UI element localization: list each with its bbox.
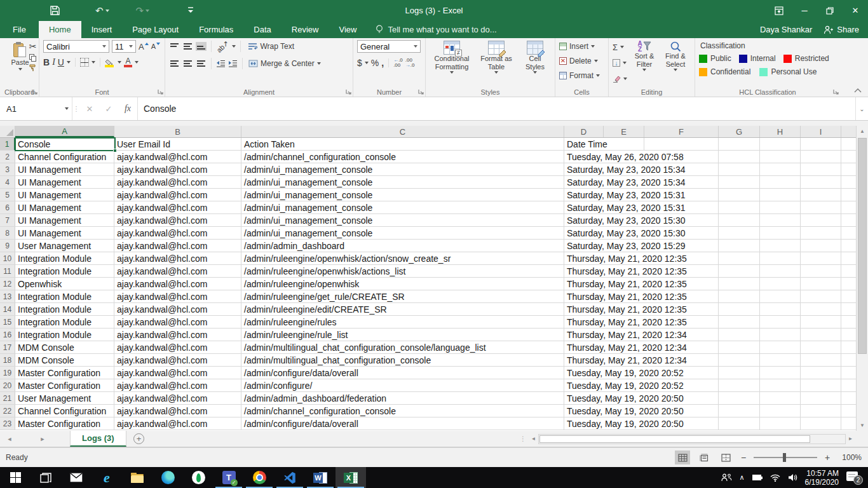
cell[interactable]: /admin/ruleengine/get_rule/CREATE_SR (241, 290, 564, 302)
cell[interactable]: Channel Configuration (15, 151, 114, 163)
user-name[interactable]: Daya Shankar (760, 25, 812, 34)
cell[interactable]: /admin/multilingual_chat_configuration_c… (241, 341, 564, 353)
cell[interactable] (719, 163, 760, 175)
cell[interactable]: Openwhisk (15, 278, 114, 290)
cell[interactable]: Saturday, May 23, 2020 15:34 (564, 176, 719, 188)
column-header-f[interactable]: F (644, 126, 719, 137)
conditional-formatting-button[interactable]: ≠ Conditional Formatting (430, 40, 474, 74)
cell[interactable] (719, 417, 760, 430)
vertical-scroll-thumb[interactable] (858, 138, 867, 354)
formula-input[interactable]: Console (137, 97, 855, 120)
ribbon-display-options-icon[interactable] (766, 0, 792, 21)
save-icon[interactable] (50, 6, 60, 15)
battery-icon[interactable] (752, 475, 763, 480)
cell[interactable] (760, 252, 801, 264)
classification-internal-button[interactable]: Internal (739, 54, 776, 63)
fill-color-dropdown-icon[interactable] (118, 61, 121, 64)
cell[interactable]: ajay.kandwal@hcl.com (114, 341, 241, 353)
cell[interactable] (719, 290, 760, 302)
cell[interactable]: ajay.kandwal@hcl.com (114, 227, 241, 239)
merge-center-dropdown-icon[interactable] (317, 62, 321, 65)
align-left-icon[interactable] (170, 60, 179, 67)
underline-dropdown-icon[interactable] (67, 61, 71, 64)
cell[interactable]: UI Management (15, 163, 114, 175)
tab-review[interactable]: Review (281, 21, 329, 38)
cell[interactable] (719, 151, 760, 163)
row-header-12[interactable]: 12 (0, 278, 15, 290)
cell[interactable]: User Management (15, 240, 114, 252)
cell[interactable] (801, 227, 841, 239)
chrome-browser-button[interactable] (244, 467, 275, 488)
cell[interactable]: /admin/ruleengine/openwhisk (241, 278, 564, 290)
zoom-level[interactable]: 100% (837, 453, 862, 462)
tab-insert[interactable]: Insert (81, 21, 123, 38)
accounting-format-icon[interactable]: $ (357, 58, 362, 68)
number-format-combo[interactable]: General (357, 40, 421, 53)
cell[interactable]: Integration Module (15, 265, 114, 277)
autosum-button[interactable]: Σ (613, 41, 627, 53)
hidden-icons-chevron[interactable]: ∧ (740, 473, 745, 482)
formula-bar-grip[interactable]: ⋮ (72, 97, 80, 120)
cell[interactable]: /admin/ruleengine/openwhisk/action/snow_… (241, 252, 564, 264)
insert-cells-button[interactable]: Insert (559, 40, 606, 53)
font-color-dropdown-icon[interactable] (135, 61, 139, 64)
format-painter-icon[interactable] (29, 64, 37, 72)
cell[interactable] (760, 176, 801, 188)
cell[interactable] (719, 329, 760, 341)
name-box[interactable]: A1 (0, 97, 61, 120)
cell[interactable] (719, 265, 760, 277)
cell[interactable] (719, 189, 760, 201)
bold-icon[interactable]: B (43, 57, 50, 67)
file-explorer-button[interactable] (122, 467, 153, 488)
cell[interactable]: Tuesday, May 19, 2020 20:52 (564, 379, 719, 391)
cell[interactable] (719, 354, 760, 366)
row-header-14[interactable]: 14 (0, 303, 15, 315)
cell[interactable] (760, 265, 801, 277)
number-dialog-launcher-icon[interactable] (418, 89, 424, 95)
row-header-7[interactable]: 7 (0, 214, 15, 226)
cell[interactable] (719, 303, 760, 315)
font-dialog-launcher-icon[interactable] (158, 89, 163, 95)
new-sheet-button[interactable]: + (126, 431, 152, 447)
classification-personal-use-button[interactable]: Personal Use (759, 67, 817, 76)
cell[interactable]: Integration Module (15, 252, 114, 264)
orientation-icon[interactable]: ab↗ (215, 39, 231, 54)
zoom-slider[interactable] (754, 457, 817, 458)
column-header-d[interactable]: D (564, 126, 604, 137)
cell[interactable]: ajay.kandwal@hcl.com (114, 240, 241, 252)
restore-button[interactable] (817, 0, 843, 21)
page-layout-view-button[interactable] (696, 451, 712, 464)
cell[interactable]: Master Configuration (15, 379, 114, 391)
cell[interactable] (719, 176, 760, 188)
cell[interactable] (801, 201, 841, 214)
cell[interactable]: ajay.kandwal@hcl.com (114, 392, 241, 404)
percent-style-icon[interactable]: % (371, 58, 379, 68)
column-header-h[interactable]: H (760, 126, 801, 137)
cancel-icon[interactable]: ✕ (80, 97, 99, 120)
cell[interactable]: /admin/ruleengine/rule_list (241, 329, 564, 341)
cell[interactable] (719, 227, 760, 239)
volume-icon[interactable] (788, 473, 797, 482)
expand-formula-bar-icon[interactable]: ⌄ (855, 97, 868, 120)
cell[interactable]: /admin/ui_management_console (241, 214, 564, 226)
format-as-table-button[interactable]: Format as Table (477, 40, 516, 74)
scroll-down-icon[interactable]: ▼ (857, 420, 868, 431)
comma-style-icon[interactable]: , (381, 58, 384, 68)
merge-center-button[interactable]: Merge & Center (248, 57, 321, 70)
cell[interactable] (719, 367, 760, 379)
orientation-dropdown-icon[interactable] (232, 45, 236, 48)
cell[interactable]: Saturday, May 23, 2020 15:29 (564, 240, 719, 252)
borders-dropdown-icon[interactable] (92, 61, 95, 64)
cell[interactable] (760, 354, 801, 366)
zoom-slider-thumb[interactable] (783, 453, 786, 462)
cell[interactable] (760, 417, 801, 430)
cell[interactable]: Saturday, May 23, 2020 15:31 (564, 201, 719, 214)
zoom-out-icon[interactable]: − (740, 452, 747, 463)
cell[interactable]: /admin/admin_dashboard (241, 240, 564, 252)
cell[interactable] (801, 329, 841, 341)
cell[interactable]: ajay.kandwal@hcl.com (114, 417, 241, 430)
italic-icon[interactable]: I (52, 57, 55, 67)
row-header-20[interactable]: 20 (0, 379, 15, 391)
page-break-preview-button[interactable] (718, 451, 733, 464)
cell[interactable] (760, 367, 801, 379)
